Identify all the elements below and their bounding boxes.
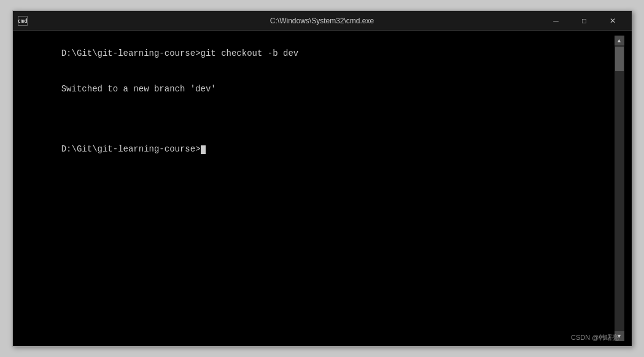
console-line2: Switched to a new branch 'dev' <box>61 84 216 94</box>
window-controls: ─ □ ✕ <box>542 11 627 31</box>
minimize-button[interactable]: ─ <box>542 11 570 31</box>
cursor <box>201 145 206 154</box>
window-icon: cmd <box>18 16 28 26</box>
console-line3-prompt: D:\Git\git-learning-course> <box>61 144 201 154</box>
window-title: C:\Windows\System32\cmd.exe <box>270 17 374 25</box>
scrollbar-thumb[interactable] <box>615 47 624 71</box>
watermark: CSDN @韩曙亮 <box>571 333 619 342</box>
console-output: D:\Git\git-learning-course>git checkout … <box>20 36 615 168</box>
console-line1: D:\Git\git-learning-course>git checkout … <box>61 48 298 58</box>
scrollbar[interactable]: ▲ ▼ <box>615 36 624 341</box>
close-button[interactable]: ✕ <box>599 11 627 31</box>
maximize-button[interactable]: □ <box>570 11 599 31</box>
cmd-icon: cmd <box>18 16 28 26</box>
console-content: D:\Git\git-learning-course>git checkout … <box>20 36 615 341</box>
titlebar: cmd C:\Windows\System32\cmd.exe ─ □ ✕ <box>13 11 632 31</box>
cmd-window: cmd C:\Windows\System32\cmd.exe ─ □ ✕ D:… <box>12 10 632 347</box>
scroll-up-button[interactable]: ▲ <box>615 36 624 45</box>
console-body[interactable]: D:\Git\git-learning-course>git checkout … <box>13 31 632 346</box>
